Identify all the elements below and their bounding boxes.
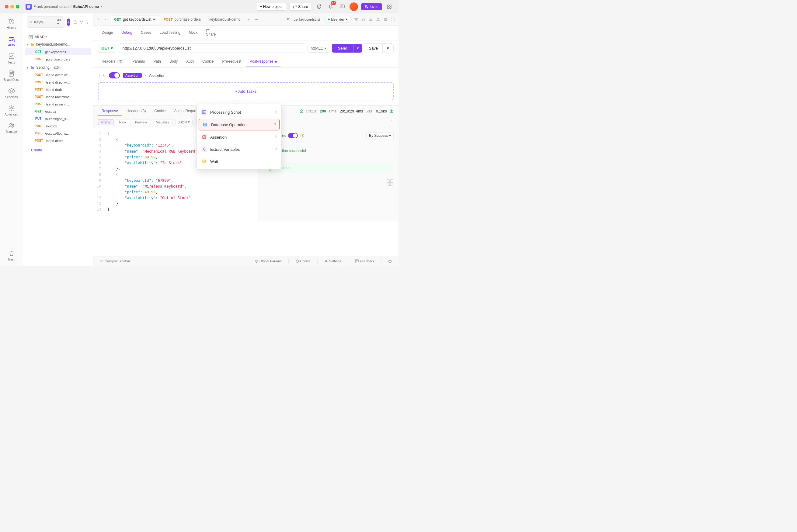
tree-item-send-direct-w[interactable]: POST /send direct w/... — [25, 72, 91, 78]
tree-item-send-direct[interactable]: POST /send direct — [25, 137, 91, 144]
all-apis-item[interactable]: All APIs — [25, 34, 91, 41]
sub-tab-debug[interactable]: Debug — [118, 27, 136, 38]
invite-button[interactable]: Invite — [361, 3, 382, 10]
new-project-button[interactable]: + New project — [256, 3, 286, 11]
notifications-icon[interactable]: 17 — [327, 2, 335, 11]
tab-purchase-orders[interactable]: POST purchase orders — [160, 15, 205, 23]
sidebar-item-advanced[interactable]: Advanced — [1, 102, 22, 118]
sub-tab-share[interactable]: Share — [202, 25, 219, 40]
sidebar-item-history[interactable]: History — [1, 16, 22, 32]
tree-item-outbox-get[interactable]: GET /outbox — [25, 108, 91, 115]
dropdown-item-database-operation[interactable]: Database Operation ? — [199, 119, 280, 130]
maximize-button[interactable] — [16, 5, 19, 8]
sub-tab-cases[interactable]: Cases — [137, 27, 155, 38]
req-tab-post-response[interactable]: Post-response — [246, 56, 280, 67]
cookie-button[interactable]: Cookie — [294, 259, 312, 264]
sub-tab-load-testing[interactable]: Load Testing — [156, 27, 184, 38]
feedback-button[interactable]: Feedback — [353, 259, 376, 264]
test-results-toggle[interactable] — [288, 133, 298, 138]
processing-script-help[interactable]: ? — [275, 110, 277, 115]
assertion-toggle[interactable] — [109, 72, 120, 78]
by-success-filter[interactable]: By Success ▾ — [366, 132, 394, 139]
create-item[interactable]: + Create — [23, 145, 93, 155]
sidebar-item-trash[interactable]: Trash — [1, 248, 22, 264]
tree-item-send-raw-mime[interactable]: POST /send raw mime — [25, 93, 91, 100]
share-button[interactable]: Share — [289, 3, 312, 11]
format-preview-button[interactable]: Preview — [132, 119, 150, 125]
more-apis-icon[interactable] — [85, 20, 90, 25]
add-api-button[interactable]: + — [67, 19, 70, 26]
minimize-button[interactable] — [10, 5, 14, 8]
refresh-apis-icon[interactable] — [73, 20, 78, 25]
search-input[interactable] — [34, 20, 55, 24]
help-button[interactable] — [386, 259, 394, 264]
req-tab-path[interactable]: Path — [150, 56, 165, 67]
messages-icon[interactable] — [338, 2, 347, 11]
req-tab-auth[interactable]: Auth — [183, 56, 198, 67]
environment-selector[interactable]: Idea_dev ▾ — [325, 16, 350, 22]
tab-more-button[interactable]: ••• — [253, 16, 260, 23]
sidebar-item-apis[interactable]: APIs — [1, 33, 22, 49]
test-results-help-icon[interactable] — [300, 133, 304, 138]
add-tasks-button[interactable]: + Add Tasks — [98, 82, 394, 100]
tree-item-get-keyboards[interactable]: GET get keyboards... — [25, 48, 91, 55]
sub-tab-design[interactable]: Design — [98, 27, 116, 38]
tree-item-outbox-post[interactable]: POST /outbox — [25, 122, 91, 130]
tree-folder-sending[interactable]: ▾ Sending (10) — [23, 64, 93, 71]
dropdown-item-processing-script[interactable]: Processing Script ? — [197, 106, 281, 118]
global-params-button[interactable]: Global Params — [253, 259, 283, 264]
tab-new-button[interactable]: + — [245, 16, 252, 23]
table-layout-icon[interactable] — [264, 173, 394, 186]
lock-icon[interactable] — [360, 16, 367, 23]
download-icon[interactable] — [368, 16, 374, 23]
req-tab-pre-request[interactable]: Pre-request — [218, 56, 245, 67]
tree-folder-keyboard[interactable]: ▾ keyboardList-demo... — [23, 41, 93, 48]
response-tab-headers[interactable]: Headers (3) — [123, 107, 149, 116]
upload-icon[interactable] — [375, 16, 382, 23]
send-button[interactable]: Send — [332, 44, 354, 53]
filter-select[interactable]: All ▾ — [57, 18, 62, 26]
tree-item-outbox-del[interactable]: DEL /outbox/{job_s... — [25, 130, 91, 137]
format-raw-button[interactable]: Raw — [116, 119, 129, 125]
globe-icon[interactable] — [382, 16, 389, 23]
format-json-select[interactable]: JSON ▾ — [175, 119, 192, 125]
format-icon[interactable] — [353, 16, 359, 23]
tab-next-button[interactable]: › — [102, 16, 108, 22]
info-icon[interactable] — [389, 109, 394, 113]
tree-item-outbox-put[interactable]: PUT /outbox/{job_s... — [25, 115, 91, 122]
assertion-help[interactable]: ? — [275, 135, 277, 139]
tree-item-send-draft[interactable]: POST /send draft — [25, 86, 91, 93]
filter-apis-icon[interactable] — [79, 20, 84, 25]
sidebar-item-share-docs[interactable]: Share Docs — [1, 68, 22, 84]
req-tab-params[interactable]: Params — [129, 56, 148, 67]
sidebar-item-manage[interactable]: Manage — [1, 120, 22, 136]
url-input[interactable] — [119, 43, 305, 53]
format-pretty-button[interactable]: Pretty — [98, 119, 113, 125]
req-tab-headers[interactable]: Headers (4) — [98, 56, 128, 67]
sidebar-item-schemas[interactable]: Schemas — [1, 85, 22, 101]
tab-prev-button[interactable]: ‹ — [95, 16, 101, 22]
response-tab-response[interactable]: Response — [98, 107, 122, 116]
sub-tab-mock[interactable]: Mock — [185, 27, 201, 38]
collapse-sidebar-button[interactable]: Collapse Sidebar — [98, 259, 132, 264]
tree-item-send-inline-im[interactable]: POST /send inline im... — [25, 101, 91, 108]
extract-variables-help[interactable]: ? — [275, 147, 277, 152]
req-tab-body[interactable]: Body — [166, 56, 181, 67]
avatar[interactable] — [350, 2, 358, 11]
refresh-icon[interactable] — [315, 2, 323, 11]
tab-settings-icon[interactable] — [285, 17, 292, 22]
http-version-select[interactable]: http/1.1 ▾ — [308, 44, 330, 53]
tree-item-post-purchase[interactable]: POST purchase orders — [25, 56, 91, 63]
close-button[interactable] — [5, 5, 8, 8]
dropdown-item-wait[interactable]: Wait — [197, 155, 281, 168]
layout-icon[interactable] — [385, 2, 394, 11]
drag-handle-icon[interactable]: ⋮⋮ — [98, 73, 105, 77]
save-dropdown-button[interactable]: ▾ — [383, 43, 394, 53]
project-label[interactable]: EchoAPI demo — [73, 4, 99, 9]
req-tab-cookie[interactable]: Cookie — [199, 56, 217, 67]
dropdown-item-extract-variables[interactable]: Extract Variables ? — [197, 143, 281, 155]
database-operation-help[interactable]: ? — [274, 122, 276, 127]
method-select[interactable]: GET ▾ — [98, 44, 116, 53]
sidebar-item-tests[interactable]: Tests — [1, 51, 22, 66]
expand-icon[interactable] — [389, 16, 396, 23]
